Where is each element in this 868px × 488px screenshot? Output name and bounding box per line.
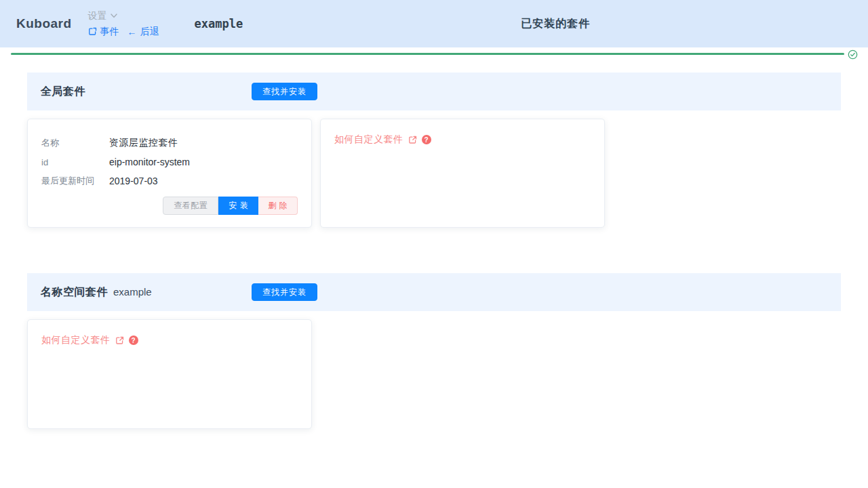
field-id-value: eip-monitor-system (109, 157, 190, 167)
section-namespace-header: 名称空间套件 example 查找并安装 (27, 273, 841, 311)
events-label: 事件 (100, 26, 119, 38)
chevron-down-icon (111, 14, 117, 18)
page-title: 已安装的套件 (521, 18, 590, 29)
kuboard-logo[interactable]: Kuboard (16, 16, 72, 31)
delete-button[interactable]: 删 除 (258, 197, 298, 215)
field-name: 名称 资源层监控套件 (41, 134, 298, 152)
settings-label: 设置 (88, 10, 107, 22)
field-id-label: id (41, 157, 109, 167)
global-find-install-button[interactable]: 查找并安装 (252, 83, 317, 100)
external-link-icon (408, 136, 417, 144)
app-header: Kuboard 设置 事件 ← 后退 (0, 0, 868, 47)
package-card: 名称 资源层监控套件 id eip-monitor-system 最后更新时间 … (27, 119, 312, 228)
external-link-icon (115, 336, 124, 345)
back-link[interactable]: ← 后退 (127, 26, 159, 38)
field-updated: 最后更新时间 2019-07-03 (41, 171, 298, 190)
namespace-find-install-button[interactable]: 查找并安装 (252, 283, 317, 301)
header-nav: 设置 事件 ← 后退 (88, 10, 159, 38)
events-link[interactable]: 事件 (88, 26, 119, 38)
field-updated-label: 最后更新时间 (41, 175, 109, 187)
customize-package-link[interactable]: 如何自定义套件 (334, 134, 403, 146)
view-config-button[interactable]: 查看配置 (163, 197, 218, 215)
section-namespace-name: example (113, 286, 152, 298)
settings-dropdown[interactable]: 设置 (88, 10, 117, 22)
back-arrow-icon: ← (127, 26, 137, 37)
install-button[interactable]: 安 装 (218, 197, 258, 215)
field-id: id eip-monitor-system (41, 152, 298, 171)
check-circle-icon (848, 49, 858, 60)
section-namespace-title: 名称空间套件 (41, 285, 108, 300)
customize-package-link[interactable]: 如何自定义套件 (41, 334, 111, 346)
field-updated-value: 2019-07-03 (109, 176, 158, 186)
field-name-label: 名称 (41, 137, 109, 149)
external-link-icon (88, 27, 97, 36)
back-label: 后退 (140, 26, 159, 38)
question-circle-icon[interactable]: ? (129, 336, 138, 345)
package-actions: 查看配置 安 装 删 除 (41, 197, 298, 215)
section-global-header: 全局套件 查找并安装 (27, 73, 841, 110)
context-name: example (195, 17, 243, 30)
question-circle-icon[interactable]: ? (422, 135, 431, 144)
help-card-global: 如何自定义套件 ? (320, 119, 605, 228)
help-card-namespace: 如何自定义套件 ? (27, 319, 312, 429)
field-name-value: 资源层监控套件 (109, 137, 178, 149)
progress-track (11, 53, 844, 55)
section-global-title: 全局套件 (41, 85, 85, 99)
